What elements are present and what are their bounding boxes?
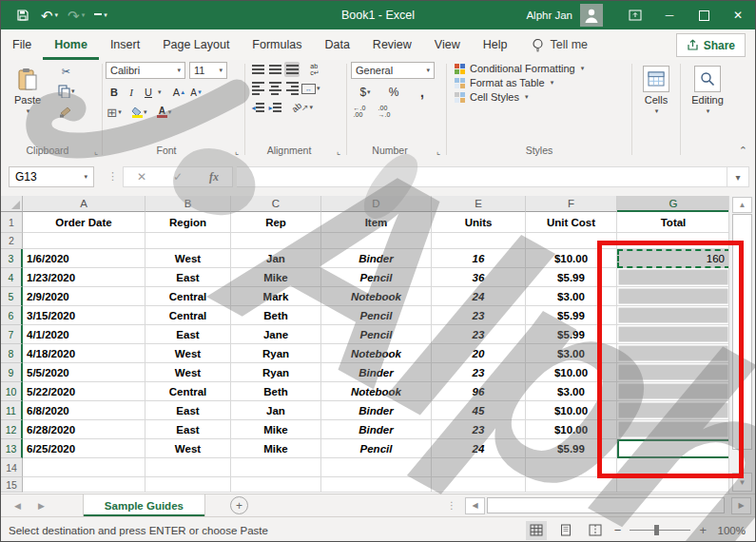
cell-E4[interactable]: 36 [432,268,526,287]
row-header-14[interactable]: 14 [1,458,23,477]
cell-A1[interactable]: Order Date [23,212,145,233]
cell-G15[interactable] [617,477,730,493]
column-header-F[interactable]: F [526,196,617,212]
font-color-button[interactable]: A▾ [157,105,172,120]
cell-B12[interactable]: East [145,420,231,439]
tab-formulas[interactable]: Formulas [241,29,313,60]
cell-E7[interactable]: 23 [432,325,526,344]
cell-C13[interactable]: Mike [231,439,321,458]
tab-help[interactable]: Help [472,29,519,60]
cell-B1[interactable]: Region [145,212,231,233]
row-header-1[interactable]: 1 [1,212,23,233]
cell-C11[interactable]: Jan [231,401,321,420]
cell-D11[interactable]: Binder [321,401,432,420]
cell-G13[interactable] [617,439,730,458]
cell-B7[interactable]: East [145,325,231,344]
accounting-format-icon[interactable]: $▾ [358,85,373,100]
cell-F7[interactable]: $5.99 [526,325,617,344]
cell-C3[interactable]: Jan [231,249,321,268]
horizontal-scroll-thumb[interactable] [487,497,725,513]
cell-D8[interactable]: Notebook [321,344,432,363]
page-layout-view-icon[interactable] [555,521,576,540]
bottom-align-icon[interactable] [284,62,300,77]
zoom-slider[interactable] [630,530,690,531]
format-painter-icon[interactable] [57,104,75,119]
new-sheet-icon[interactable]: + [230,496,248,514]
cell-E1[interactable]: Units [432,212,526,233]
cell-F5[interactable]: $3.00 [526,287,617,306]
cell-G9[interactable] [617,363,730,382]
cell-B15[interactable] [145,477,231,493]
row-header-8[interactable]: 8 [1,344,23,363]
clipboard-dialog-launcher[interactable]: ⌞ [94,146,98,156]
zoom-out-icon[interactable]: − [614,523,622,537]
cell-B5[interactable]: Central [145,287,231,306]
row-header-3[interactable]: 3 [1,249,23,268]
paste-button[interactable]: Paste▾ [14,62,41,115]
customize-quick-access-icon[interactable]: ▾ [94,11,107,19]
page-break-view-icon[interactable] [585,521,606,540]
tab-page-layout[interactable]: Page Layout [151,29,241,60]
row-header-15[interactable]: 15 [1,477,23,493]
zoom-level[interactable]: 100% [715,525,746,536]
cell-B10[interactable]: Central [145,382,231,401]
close-button[interactable]: ✕ [721,1,755,29]
cell-F1[interactable]: Unit Cost [526,212,617,233]
comma-style-icon[interactable]: , [415,85,430,100]
cell-C5[interactable]: Mark [231,287,321,306]
cells-button[interactable]: Cells▾ [634,60,678,115]
cell-A3[interactable]: 1/6/2020 [23,249,145,268]
cell-B2[interactable] [145,233,231,249]
cell-A7[interactable]: 4/1/2020 [23,325,145,344]
sheet-tab-sample-guides[interactable]: Sample Guides [83,494,205,516]
wrap-text-icon[interactable]: abc↵ [307,62,322,77]
tab-data[interactable]: Data [313,29,360,60]
cell-E8[interactable]: 20 [432,344,526,363]
cell-G8[interactable] [617,344,730,363]
row-header-5[interactable]: 5 [1,287,23,306]
cell-C12[interactable]: Mike [231,420,321,439]
cell-E15[interactable] [432,477,526,493]
format-as-table-button[interactable]: Format as Table▾ [455,77,630,88]
cell-G4[interactable] [617,268,730,287]
middle-align-icon[interactable] [267,62,282,77]
vertical-scroll-thumb[interactable] [732,214,752,450]
cell-A10[interactable]: 5/22/2020 [23,382,145,401]
copy-icon[interactable]: ▾ [57,84,75,99]
cell-D6[interactable]: Pencil [321,306,432,325]
cell-A9[interactable]: 5/5/2020 [23,363,145,382]
top-align-icon[interactable] [250,62,265,77]
name-box[interactable]: G13▾ [9,166,94,187]
scroll-up-icon[interactable]: ▲ [732,197,752,213]
cell-G12[interactable] [617,420,730,439]
cell-F13[interactable]: $5.99 [526,439,617,458]
cell-F15[interactable] [526,477,617,493]
cell-C4[interactable]: Mike [231,268,321,287]
editing-button[interactable]: Editing▾ [683,60,732,115]
cell-E5[interactable]: 24 [432,287,526,306]
cell-D12[interactable]: Binder [321,420,432,439]
align-right-icon[interactable] [284,81,300,96]
column-header-E[interactable]: E [432,196,526,212]
cell-B4[interactable]: East [145,268,231,287]
tab-review[interactable]: Review [361,29,423,60]
cell-C14[interactable] [231,458,321,477]
select-all-cell[interactable] [1,196,23,212]
cell-E3[interactable]: 16 [432,249,526,268]
cell-B9[interactable]: West [145,363,231,382]
collapse-ribbon-icon[interactable]: ⌃ [739,145,747,157]
cell-C7[interactable]: Jane [231,325,321,344]
cell-D2[interactable] [321,233,432,249]
cell-A13[interactable]: 6/25/2020 [23,439,145,458]
cell-C9[interactable]: Ryan [231,363,321,382]
avatar[interactable] [580,4,603,27]
cell-A12[interactable]: 6/28/2020 [23,420,145,439]
cell-G1[interactable]: Total [617,212,730,233]
tab-file[interactable]: File [1,29,43,60]
cell-A2[interactable] [23,233,145,249]
cell-C15[interactable] [231,477,321,493]
cell-F10[interactable]: $3.00 [526,382,617,401]
grow-font-button[interactable]: A▲ [172,85,187,100]
cell-G3[interactable]: 160 [617,249,730,268]
cell-C6[interactable]: Beth [231,306,321,325]
